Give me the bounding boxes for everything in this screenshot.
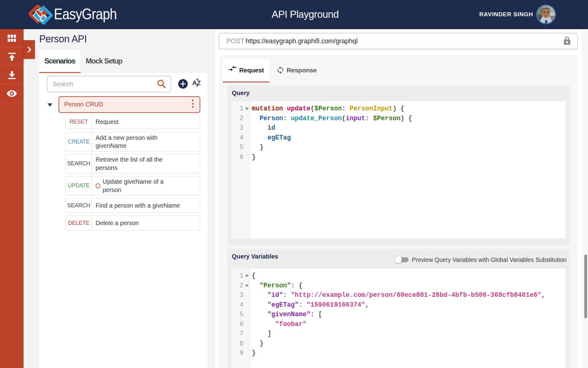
svg-text:AZ: AZ	[192, 79, 201, 86]
